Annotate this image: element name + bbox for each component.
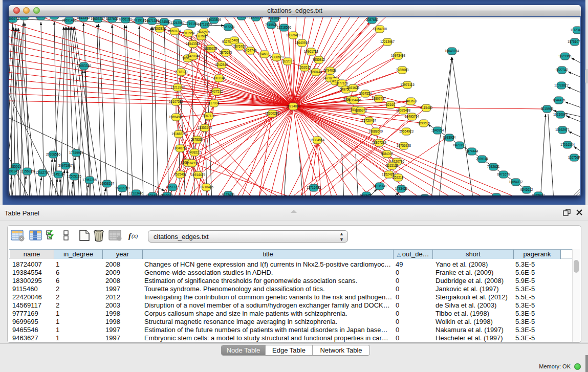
svg-text:8990444: 8990444 — [310, 70, 322, 74]
svg-text:9115460: 9115460 — [420, 106, 433, 110]
svg-text:8215955: 8215955 — [541, 107, 554, 111]
svg-text:9134562: 9134562 — [158, 20, 171, 24]
svg-text:10973493: 10973493 — [391, 54, 406, 57]
svg-text:417004: 417004 — [208, 101, 220, 105]
svg-text:9245612: 9245612 — [532, 193, 545, 195]
svg-text:2718170: 2718170 — [175, 70, 188, 74]
svg-text:20691406: 20691406 — [62, 18, 77, 22]
svg-text:3498222: 3498222 — [188, 150, 201, 154]
svg-text:14136141: 14136141 — [373, 184, 387, 188]
svg-text:10958107: 10958107 — [100, 182, 115, 185]
svg-text:8812341: 8812341 — [161, 194, 173, 195]
svg-text:9123456: 9123456 — [222, 193, 235, 195]
svg-text:5878334: 5878334 — [191, 138, 204, 141]
svg-text:10961758: 10961758 — [304, 50, 319, 53]
svg-text:10688609: 10688609 — [368, 129, 383, 133]
svg-text:352214: 352214 — [393, 176, 404, 179]
svg-text:(x): (x) — [132, 233, 138, 239]
svg-text:10756928: 10756928 — [397, 144, 411, 147]
svg-text:9134411: 9134411 — [146, 194, 159, 195]
svg-text:9777169: 9777169 — [336, 81, 349, 85]
svg-text:23420046: 23420046 — [186, 54, 201, 58]
svg-text:7386372: 7386372 — [355, 108, 367, 112]
svg-text:20364436: 20364436 — [347, 98, 362, 102]
svg-text:16782759: 16782759 — [115, 186, 130, 190]
svg-text:12342757: 12342757 — [35, 171, 50, 174]
svg-text:13975115: 13975115 — [400, 83, 415, 86]
svg-text:15353594: 15353594 — [198, 126, 212, 129]
svg-text:16713855: 16713855 — [198, 23, 212, 26]
svg-text:9245612: 9245612 — [520, 188, 533, 191]
svg-text:16107532: 16107532 — [169, 100, 184, 103]
svg-text:7663822: 7663822 — [154, 27, 166, 30]
svg-text:29053346: 29053346 — [77, 64, 92, 68]
svg-text:9391843: 9391843 — [9, 169, 19, 173]
svg-text:19166825: 19166825 — [171, 132, 186, 136]
svg-text:7625402: 7625402 — [174, 172, 187, 176]
svg-text:8938924: 8938924 — [443, 136, 456, 139]
svg-text:7719155: 7719155 — [185, 22, 198, 26]
svg-text:15720407: 15720407 — [362, 119, 377, 122]
svg-text:6479197: 6479197 — [453, 143, 466, 147]
svg-text:2876768: 2876768 — [233, 45, 246, 48]
svg-text:13495764: 13495764 — [405, 115, 420, 118]
svg-text:15716485: 15716485 — [307, 186, 321, 189]
svg-text:9329966: 9329966 — [559, 54, 572, 58]
svg-text:16671385: 16671385 — [145, 19, 160, 23]
svg-text:7485063: 7485063 — [396, 68, 409, 72]
svg-text:12923446: 12923446 — [129, 191, 144, 195]
svg-text:10046766: 10046766 — [173, 146, 188, 150]
svg-text:62160: 62160 — [386, 103, 395, 106]
svg-text:9327505: 9327505 — [195, 34, 208, 38]
svg-text:8660124: 8660124 — [168, 29, 181, 33]
svg-text:10648764: 10648764 — [445, 49, 460, 53]
svg-text:13325419: 13325419 — [286, 33, 301, 37]
svg-text:9474444: 9474444 — [466, 149, 478, 153]
svg-text:17016504: 17016504 — [560, 143, 575, 146]
svg-text:7955812: 7955812 — [313, 58, 325, 61]
svg-text:3024554: 3024554 — [359, 92, 372, 95]
svg-text:11123451: 11123451 — [570, 28, 580, 32]
svg-text:9227342: 9227342 — [556, 68, 569, 72]
svg-text:7515524: 7515524 — [265, 23, 278, 27]
svg-text:7632621: 7632621 — [487, 165, 500, 168]
svg-text:16210643: 16210643 — [553, 113, 568, 116]
svg-text:15388520: 15388520 — [269, 55, 284, 59]
svg-text:11243567: 11243567 — [170, 21, 185, 25]
svg-text:9823451: 9823451 — [360, 193, 373, 195]
svg-text:2935114: 2935114 — [476, 157, 489, 161]
svg-text:5875685: 5875685 — [220, 51, 232, 54]
svg-text:9463627: 9463627 — [405, 99, 418, 103]
svg-text:6794028: 6794028 — [324, 69, 337, 72]
svg-text:20206556: 20206556 — [46, 152, 61, 156]
svg-text:1167534: 1167534 — [568, 156, 580, 159]
svg-text:1534998: 1534998 — [186, 161, 199, 165]
svg-text:1461626: 1461626 — [347, 86, 360, 90]
svg-text:1244415: 1244415 — [553, 98, 565, 102]
svg-text:15692971: 15692971 — [555, 128, 570, 132]
svg-text:8454749: 8454749 — [244, 49, 257, 52]
svg-text:1145194: 1145194 — [52, 172, 65, 176]
svg-text:15466: 15466 — [230, 38, 239, 42]
svg-text:9657771: 9657771 — [166, 185, 179, 189]
svg-text:18640910: 18640910 — [295, 41, 310, 45]
svg-text:12505135: 12505135 — [67, 174, 82, 178]
svg-text:12213967: 12213967 — [380, 40, 395, 43]
svg-text:1362615: 1362615 — [298, 65, 311, 69]
svg-text:1322037: 1322037 — [281, 59, 294, 63]
svg-text:15751074: 15751074 — [568, 40, 580, 43]
svg-text:9684067: 9684067 — [381, 152, 394, 156]
svg-text:16543362: 16543362 — [186, 42, 201, 46]
svg-text:8186328: 8186328 — [205, 47, 217, 50]
svg-text:19218506: 19218506 — [277, 26, 292, 29]
svg-text:13716485: 13716485 — [199, 185, 214, 189]
svg-text:1615112: 1615112 — [386, 164, 399, 167]
svg-text:10154808: 10154808 — [373, 27, 387, 31]
svg-text:18807249: 18807249 — [372, 141, 387, 144]
svg-text:8471676: 8471676 — [497, 172, 510, 176]
svg-text:11156829: 11156829 — [20, 169, 34, 173]
svg-text:8267130: 8267130 — [203, 114, 215, 118]
svg-text:1640954: 1640954 — [431, 128, 444, 132]
svg-text:7857224: 7857224 — [222, 25, 235, 29]
svg-text:10025438: 10025438 — [396, 108, 411, 112]
